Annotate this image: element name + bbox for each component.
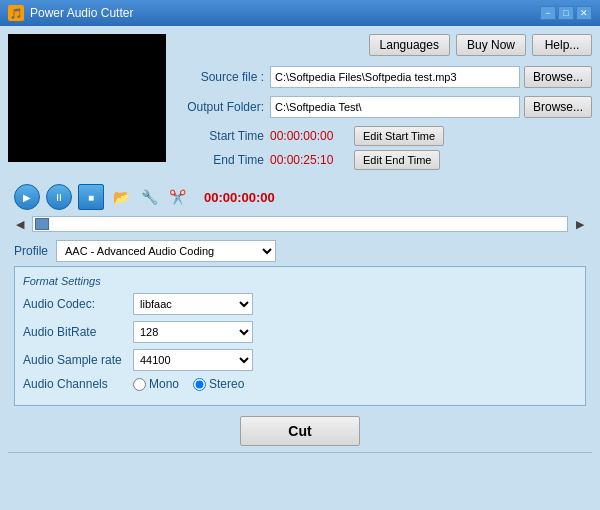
- audio-codec-label: Audio Codec:: [23, 297, 133, 311]
- mono-radio[interactable]: [133, 378, 146, 391]
- output-folder-input[interactable]: [270, 96, 520, 118]
- cut-button[interactable]: Cut: [240, 416, 360, 446]
- audio-channels-label: Audio Channels: [23, 377, 133, 391]
- play-button[interactable]: ▶: [14, 184, 40, 210]
- source-browse-button[interactable]: Browse...: [524, 66, 592, 88]
- output-folder-label: Output Folder:: [174, 100, 264, 114]
- start-time-value: 00:00:00:00: [270, 129, 350, 143]
- maximize-button[interactable]: □: [558, 6, 574, 20]
- open-file-icon[interactable]: 📂: [110, 186, 132, 208]
- languages-button[interactable]: Languages: [369, 34, 450, 56]
- format-settings-panel: Format Settings Audio Codec: libfaac aac…: [14, 266, 586, 406]
- seek-thumb[interactable]: [35, 218, 49, 230]
- stereo-radio-label[interactable]: Stereo: [193, 377, 244, 391]
- edit-start-time-button[interactable]: Edit Start Time: [354, 126, 444, 146]
- start-time-label: Start Time: [174, 129, 264, 143]
- buy-now-button[interactable]: Buy Now: [456, 34, 526, 56]
- audio-codec-select[interactable]: libfaac aac libmp3lame: [133, 293, 253, 315]
- video-preview: [8, 34, 166, 162]
- current-time-display: 00:00:00:00: [204, 190, 275, 205]
- profile-label: Profile: [14, 244, 48, 258]
- audio-bitrate-label: Audio BitRate: [23, 325, 133, 339]
- stereo-radio[interactable]: [193, 378, 206, 391]
- source-file-label: Source file :: [174, 70, 264, 84]
- seek-left-button[interactable]: ◀: [14, 218, 26, 231]
- minimize-button[interactable]: −: [540, 6, 556, 20]
- title-bar: 🎵 Power Audio Cutter − □ ✕: [0, 0, 600, 26]
- profile-select[interactable]: AAC - Advanced Audio Coding: [56, 240, 276, 262]
- stop-button[interactable]: ■: [78, 184, 104, 210]
- app-icon: 🎵: [8, 5, 24, 21]
- pause-button[interactable]: ⏸: [46, 184, 72, 210]
- app-title: Power Audio Cutter: [30, 6, 133, 20]
- end-time-label: End Time: [174, 153, 264, 167]
- help-button[interactable]: Help...: [532, 34, 592, 56]
- audio-samplerate-select[interactable]: 44100 22050 11025 48000: [133, 349, 253, 371]
- end-time-value: 00:00:25:10: [270, 153, 350, 167]
- close-button[interactable]: ✕: [576, 6, 592, 20]
- source-file-input[interactable]: [270, 66, 520, 88]
- audio-bitrate-select[interactable]: 128 64 192 256 320: [133, 321, 253, 343]
- seek-right-button[interactable]: ▶: [574, 218, 586, 231]
- edit-end-time-button[interactable]: Edit End Time: [354, 150, 440, 170]
- seek-bar[interactable]: [32, 216, 568, 232]
- status-bar: [8, 452, 592, 470]
- output-browse-button[interactable]: Browse...: [524, 96, 592, 118]
- audio-samplerate-label: Audio Sample rate: [23, 353, 133, 367]
- mono-radio-label[interactable]: Mono: [133, 377, 179, 391]
- format-settings-title: Format Settings: [23, 275, 577, 287]
- cut-icon[interactable]: ✂️: [166, 186, 188, 208]
- settings-icon[interactable]: 🔧: [138, 186, 160, 208]
